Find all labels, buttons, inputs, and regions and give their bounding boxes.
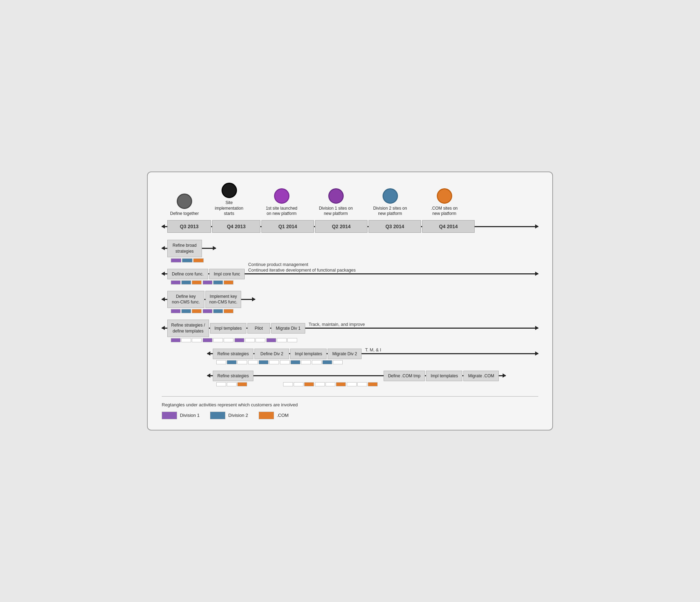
cb-purple-3b (203, 309, 212, 313)
legend-box-com (259, 412, 274, 419)
milestone-circle-4 (328, 188, 344, 204)
quarter-q2-2014: Q2 2014 (315, 220, 368, 233)
act-box-migrate-div2: Migrate Div 2 (328, 349, 362, 359)
act-box-define-noncms: Define keynon-CMS func. (167, 291, 204, 308)
cb-orange-1 (193, 258, 204, 262)
cb-purple-3a (171, 309, 181, 313)
act-box-refine-strat-com: Refine strategies (213, 371, 253, 381)
cb-purple-2a (171, 280, 181, 285)
act-box-impl-tmpl-com: Impl templates (426, 371, 462, 381)
act-text-row2b: Continued iterative development of funct… (248, 268, 356, 273)
milestone-6: .COM sites on new platform (417, 188, 471, 217)
legend-section: Regtangles under activities represent wh… (162, 396, 538, 419)
milestone-label-4: Division 1 sites on new platform (318, 206, 354, 217)
activity-row-4: Refine strategies /define templates Impl… (162, 320, 538, 342)
quarter-q4-2013: Q4 2013 (212, 220, 260, 233)
milestone-circle-5 (383, 188, 398, 204)
activity-row-3: Define keynon-CMS func. Implement keynon… (162, 291, 538, 314)
activity-row-5: Refine strategies Define Div 2 Impl temp… (162, 349, 538, 364)
legend-items: Division 1 Division 2 .COM (162, 412, 538, 419)
act-line-row5: T. M, & I (362, 353, 538, 354)
color-blocks-row3 (162, 309, 538, 313)
milestone-circle-6 (437, 188, 452, 204)
quarter-q1-2014: Q1 2014 (261, 220, 314, 233)
milestone-4: Division 1 sites on new platform (309, 188, 363, 217)
cb-orange-2a (192, 280, 202, 285)
act-line-com-gap (253, 375, 384, 376)
act-box-refine-broad: Refine broadstrategies (167, 240, 202, 257)
act-box-refine-strat-div1: Refine strategies /define templates (167, 320, 209, 337)
quarter-q4-2014: Q4 2014 (422, 220, 475, 233)
act-box-pilot: Pilot (247, 323, 270, 334)
cb-blue-2a (181, 280, 191, 285)
cb-orange-2b (224, 280, 233, 285)
legend-box-div1 (162, 412, 177, 419)
activity-row-6: Refine strategies Define .COM tmp Impl t… (162, 371, 538, 386)
milestone-label-1: Define together (170, 211, 199, 217)
cb-blue-3a (181, 309, 191, 313)
cb-blue-1 (182, 258, 192, 262)
legend-item-div1: Division 1 (162, 412, 200, 419)
milestone-circle-2 (222, 183, 237, 198)
color-blocks-row1 (162, 258, 538, 262)
milestone-2: Site implementation starts (204, 183, 254, 217)
act-box-define-com: Define .COM tmp (384, 371, 425, 381)
activity-row-1: Refine broadstrategies (162, 240, 538, 262)
milestone-3: 1st site launched on new platform (254, 188, 309, 217)
legend-label-div2: Division 2 (228, 413, 248, 418)
quarter-q3-2013: Q3 2013 (167, 220, 211, 233)
milestone-circle-3 (274, 188, 289, 204)
act-line-row2: Continue product management Continued it… (245, 273, 538, 274)
legend-label-com: .COM (277, 413, 289, 418)
cb-purple-2b (203, 280, 212, 285)
act-box-define-div2: Define Div 2 (254, 349, 289, 359)
cb-orange-3b (224, 309, 233, 313)
act-text-row5: T. M, & I (365, 348, 381, 352)
cb-orange-3a (192, 309, 202, 313)
legend-item-div2: Division 2 (210, 412, 248, 419)
act-box-refine-strat-div2: Refine strategies (213, 349, 253, 359)
timeline-left-arrow (162, 226, 167, 227)
act-box-migrate-div1: Migrate Div 1 (271, 323, 305, 334)
color-blocks-row4 (162, 338, 538, 342)
act-box-define-core: Define core func. (167, 269, 208, 279)
act-box-impl-tmpl-div1: Impl templates (210, 323, 246, 334)
quarter-q3-2014: Q3 2014 (369, 220, 421, 233)
act-end-arrow-com (499, 375, 506, 376)
act-text-row2: Continue product management (248, 262, 308, 267)
legend-item-com: .COM (259, 412, 289, 419)
cb-purple-1 (171, 258, 181, 262)
milestone-circle-1 (177, 194, 192, 209)
legend-note: Regtangles under activities represent wh… (162, 402, 538, 407)
main-container: Define together Site implementation star… (147, 172, 553, 430)
activity-row-2: Define core func. Impl core func Continu… (162, 269, 538, 285)
act-box-migrate-com: Migrate .COM (463, 371, 499, 381)
cb-blue-2b (213, 280, 223, 285)
milestone-label-6: .COM sites on new platform (427, 206, 462, 217)
legend-label-div1: Division 1 (180, 413, 200, 418)
milestone-label-3: 1st site launched on new platform (264, 206, 299, 217)
color-blocks-row5 (207, 360, 538, 364)
act-line-row4: Track, maintain, and improve (305, 328, 538, 329)
act-box-impl-noncms: Implement keynon-CMS func. (205, 291, 241, 308)
cb-blue-3b (213, 309, 223, 313)
color-blocks-row6 (207, 382, 538, 386)
timeline-right-arrow (475, 226, 538, 227)
milestone-1: Define together (165, 194, 204, 217)
act-text-row4: Track, maintain, and improve (309, 322, 365, 327)
milestone-label-5: Division 2 sites on new platform (373, 206, 408, 217)
legend-box-div2 (210, 412, 225, 419)
color-blocks-row2 (162, 280, 538, 285)
timeline-bar: Q3 2013 Q4 2013 Q1 2014 Q2 2014 Q3 2014 … (162, 220, 538, 233)
act-box-impl-tmpl-div2: Impl templates (290, 349, 327, 359)
milestone-5: Division 2 sites on new platform (363, 188, 417, 217)
milestone-label-2: Site implementation starts (212, 200, 247, 217)
act-box-impl-core: Impl core func (209, 269, 245, 279)
